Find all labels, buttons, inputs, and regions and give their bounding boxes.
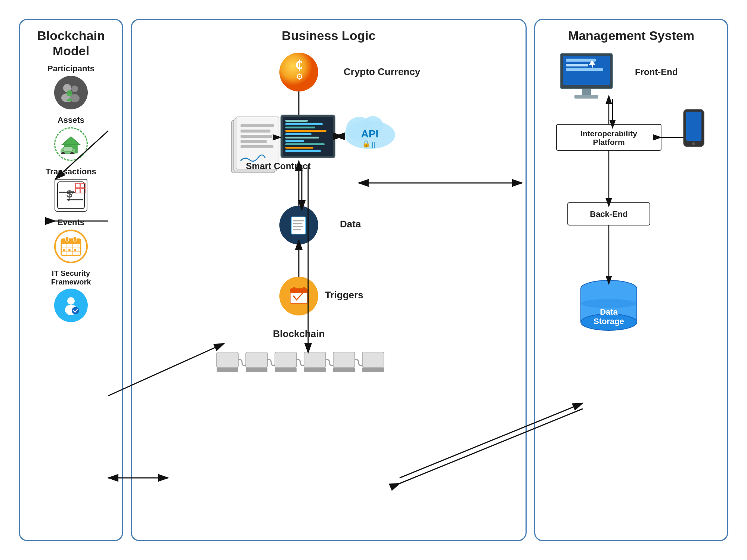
svg-text:$: $: [66, 188, 72, 200]
svg-rect-52: [241, 130, 270, 133]
svg-text:Triggers: Triggers: [325, 289, 363, 301]
svg-rect-24: [66, 237, 69, 241]
svg-rect-64: [285, 140, 304, 142]
svg-point-4: [66, 90, 72, 96]
svg-rect-66: [285, 147, 313, 149]
middle-panel-title: Business Logic: [279, 24, 378, 45]
diagram-container: Blockchain Model Participants Assets: [19, 19, 728, 541]
svg-text:Data: Data: [340, 218, 361, 230]
svg-rect-51: [241, 124, 274, 127]
transactions-label: Transactions: [46, 167, 96, 177]
svg-rect-65: [285, 143, 325, 145]
svg-rect-114: [566, 68, 603, 71]
svg-marker-5: [62, 137, 80, 145]
svg-text:||: ||: [372, 141, 375, 148]
middle-panel: Business Logic ₵ ⚙ Crypto Currency: [131, 19, 527, 541]
right-svg: Front-End Interoperability Platform Back…: [535, 42, 727, 509]
transactions-icon: $: [55, 179, 87, 212]
svg-rect-94: [217, 352, 238, 368]
svg-rect-116: [582, 89, 591, 96]
itsecurity-label: IT SecurityFramework: [51, 269, 91, 286]
assets-label: Assets: [58, 115, 84, 125]
participants-label: Participants: [47, 64, 94, 74]
svg-rect-120: [686, 112, 701, 141]
events-item: Events: [26, 218, 116, 263]
svg-text:₵: ₵: [295, 58, 303, 72]
svg-rect-55: [241, 145, 273, 148]
svg-rect-112: [566, 59, 596, 62]
svg-text:API: API: [361, 128, 379, 140]
svg-rect-67: [285, 150, 321, 152]
svg-rect-62: [285, 133, 311, 135]
svg-rect-63: [285, 137, 319, 139]
svg-rect-117: [574, 95, 598, 99]
svg-text:⚙: ⚙: [296, 72, 303, 81]
svg-text:Platform: Platform: [593, 138, 624, 146]
svg-rect-25: [73, 237, 76, 241]
svg-rect-101: [304, 368, 326, 372]
svg-rect-53: [241, 135, 272, 138]
svg-text:Front-End: Front-End: [635, 67, 678, 77]
svg-text:Storage: Storage: [593, 317, 624, 326]
svg-rect-104: [362, 352, 384, 368]
svg-rect-98: [275, 352, 297, 368]
svg-rect-100: [304, 352, 326, 368]
svg-rect-103: [333, 368, 355, 372]
svg-rect-113: [566, 64, 588, 66]
assets-item: Assets: [26, 115, 116, 161]
transactions-item: Transactions $: [26, 167, 116, 212]
svg-rect-79: [293, 220, 304, 221]
svg-text:Interoperability: Interoperability: [580, 129, 637, 138]
left-panel: Blockchain Model Participants Assets: [19, 19, 123, 541]
svg-text:Smart Contract: Smart Contract: [246, 161, 310, 171]
svg-rect-58: [285, 120, 308, 122]
svg-point-31: [63, 249, 65, 251]
svg-rect-78: [291, 217, 306, 234]
svg-point-37: [72, 307, 79, 314]
svg-point-32: [68, 249, 71, 251]
assets-icon: [54, 127, 88, 161]
svg-text:Crypto Currency: Crypto Currency: [344, 66, 421, 77]
itsecurity-icon: [54, 289, 88, 322]
participants-icon: [54, 76, 88, 109]
svg-rect-102: [333, 352, 355, 368]
svg-rect-105: [362, 368, 384, 372]
svg-rect-81: [293, 226, 303, 227]
svg-rect-82: [293, 229, 301, 230]
svg-rect-23: [61, 239, 81, 244]
svg-rect-97: [246, 368, 267, 372]
events-icon: [54, 230, 88, 263]
left-panel-title: Blockchain Model: [26, 24, 116, 60]
svg-point-33: [74, 249, 76, 251]
svg-rect-89: [293, 287, 295, 291]
svg-text:🔒: 🔒: [362, 140, 371, 148]
middle-svg: ₵ ⚙ Crypto Currency: [132, 42, 526, 490]
svg-text:Data: Data: [600, 307, 618, 317]
svg-rect-90: [303, 287, 305, 291]
svg-point-121: [692, 142, 695, 145]
svg-rect-9: [63, 147, 73, 151]
svg-point-2: [71, 85, 78, 92]
svg-point-135: [581, 299, 637, 308]
svg-rect-54: [241, 140, 267, 143]
svg-text:Back-End: Back-End: [590, 209, 627, 219]
right-panel-title: Management System: [565, 24, 697, 45]
svg-rect-80: [293, 223, 302, 224]
svg-rect-59: [285, 123, 323, 125]
participants-item: Participants: [26, 64, 116, 109]
svg-rect-99: [275, 368, 297, 372]
right-panel: Management System: [534, 19, 728, 541]
svg-point-35: [67, 297, 75, 305]
svg-rect-61: [285, 130, 326, 132]
svg-rect-95: [217, 368, 238, 372]
events-label: Events: [58, 218, 84, 227]
transactions-icon-wrapper: $: [55, 179, 87, 212]
svg-rect-96: [246, 352, 267, 368]
svg-rect-60: [285, 127, 315, 128]
itsecurity-item: IT SecurityFramework: [26, 269, 116, 322]
svg-text:Blockchain: Blockchain: [273, 328, 325, 339]
